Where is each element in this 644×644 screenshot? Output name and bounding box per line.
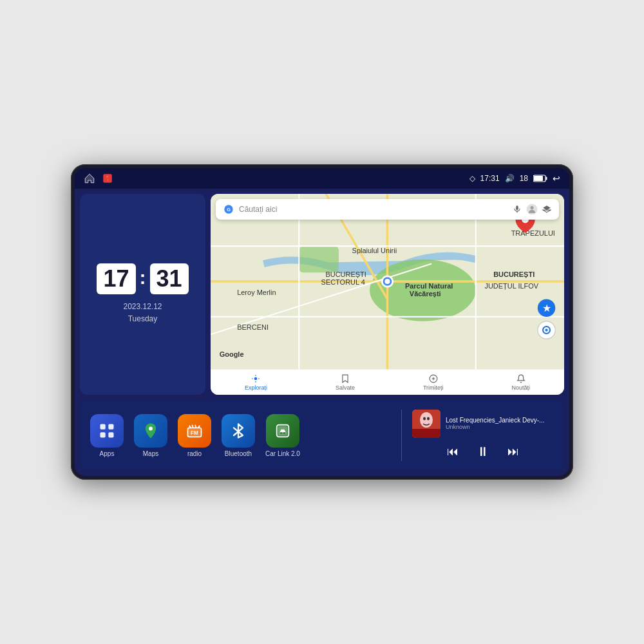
mic-icon[interactable]	[513, 205, 522, 214]
battery-level: 18	[520, 174, 528, 183]
svg-text:TRAPEZULUI: TRAPEZULUI	[511, 229, 555, 237]
clock-colon: :	[140, 267, 146, 289]
svg-text:G: G	[227, 207, 231, 213]
bluetooth-icon	[229, 422, 247, 440]
clock-date: 2023.12.12 Tuesday	[123, 301, 162, 325]
map-nav-news[interactable]: Noutăți	[512, 374, 531, 391]
svg-point-61	[423, 417, 426, 420]
map-search-bar[interactable]: G Căutați aici	[216, 199, 559, 220]
main-content: 17 : 31 2023.12.12 Tuesday	[75, 189, 569, 400]
svg-rect-50	[100, 432, 106, 437]
app-item-apps[interactable]: Apps	[90, 414, 124, 457]
map-background: Parcul Natural Văcărești BUCUREȘTI JUDEȚ…	[211, 194, 564, 369]
svg-text:Văcărești: Văcărești	[410, 290, 441, 298]
clock-hour: 17	[97, 263, 135, 294]
svg-text:SECTORUL 4: SECTORUL 4	[321, 278, 365, 286]
music-info: Lost Frequencies_Janieck Devy-... Unknow…	[412, 410, 554, 438]
svg-text:BERCENI: BERCENI	[237, 323, 269, 331]
svg-point-41	[545, 328, 547, 331]
app-item-maps[interactable]: Maps	[134, 414, 167, 457]
svg-point-62	[427, 417, 430, 420]
app-label-carlink: Car Link 2.0	[265, 450, 300, 457]
music-thumb-art	[412, 410, 440, 438]
right-panel: G Căutați aici	[211, 194, 564, 395]
svg-point-44	[254, 377, 258, 380]
svg-point-36	[384, 279, 390, 284]
svg-rect-49	[108, 424, 113, 429]
profile-icon[interactable]	[526, 203, 538, 216]
next-button[interactable]: ⏭	[505, 442, 522, 461]
status-right: ◇ 17:31 🔊 18 ↩	[469, 173, 560, 184]
svg-rect-7	[516, 205, 518, 210]
svg-text:JUDEȚUL ILFOV: JUDEȚUL ILFOV	[484, 282, 538, 290]
prev-button[interactable]: ⏮	[444, 442, 461, 461]
svg-text:Splaiulul Unirii: Splaiulul Unirii	[352, 247, 397, 254]
map-nav-send[interactable]: Trimiteți	[423, 374, 444, 391]
svg-text:Leroy Merlin: Leroy Merlin	[237, 289, 276, 296]
app-label-maps: Maps	[143, 450, 158, 457]
bottom-section: Apps Maps	[80, 400, 564, 471]
map-nav-explore[interactable]: Explorați	[245, 374, 267, 391]
play-pause-button[interactable]: ⏸	[474, 442, 492, 462]
clock-minute: 31	[150, 263, 189, 294]
svg-rect-58	[283, 432, 285, 433]
music-text-info: Lost Frequencies_Janieck Devy-... Unknow…	[446, 417, 554, 430]
music-controls: ⏮ ⏸ ⏭	[412, 442, 554, 462]
maps-nav-icon[interactable]: 📍	[102, 173, 113, 184]
svg-text:BUCUREȘTI: BUCUREȘTI	[325, 270, 366, 278]
music-player: Lost Frequencies_Janieck Devy-... Unknow…	[412, 410, 554, 462]
svg-point-10	[531, 206, 534, 209]
svg-text:Parcul Natural: Parcul Natural	[405, 282, 453, 290]
back-icon[interactable]: ↩	[553, 173, 560, 184]
apps-icon	[98, 422, 116, 440]
status-left: 📍	[84, 173, 113, 184]
svg-text:★: ★	[542, 302, 551, 314]
volume-icon: 🔊	[505, 174, 515, 183]
clock-widget: 17 : 31 2023.12.12 Tuesday	[80, 194, 205, 395]
radio-icon: FM	[185, 422, 204, 440]
svg-marker-12	[543, 210, 551, 213]
app-item-radio[interactable]: FM radio	[178, 414, 211, 457]
battery-icon	[533, 175, 547, 182]
svg-text:BUCUREȘTI: BUCUREȘTI	[493, 270, 535, 278]
app-label-bluetooth: Bluetooth	[225, 450, 252, 457]
map-search-placeholder[interactable]: Căutați aici	[239, 205, 507, 214]
map-widget[interactable]: G Căutați aici	[211, 194, 564, 395]
app-item-bluetooth[interactable]: Bluetooth	[222, 414, 255, 457]
car-display-device: 📍 ◇ 17:31 🔊 18 ↩	[71, 164, 573, 480]
music-thumbnail	[412, 410, 440, 438]
svg-text:📍: 📍	[104, 175, 111, 182]
svg-rect-15	[299, 246, 339, 272]
screen: 📍 ◇ 17:31 🔊 18 ↩	[75, 168, 569, 476]
map-search-icons	[513, 203, 551, 216]
carlink-icon	[274, 422, 292, 440]
svg-point-52	[149, 426, 153, 430]
app-label-radio: radio	[187, 450, 202, 457]
svg-text:Google: Google	[220, 350, 244, 358]
svg-marker-11	[543, 205, 551, 210]
maps-logo-icon: G	[223, 204, 234, 214]
location-icon: ◇	[469, 174, 475, 183]
app-item-carlink[interactable]: Car Link 2.0	[265, 414, 300, 457]
divider	[401, 410, 402, 461]
svg-rect-48	[100, 424, 106, 429]
map-nav-saved[interactable]: Salvate	[336, 374, 355, 391]
svg-text:FM: FM	[191, 430, 198, 435]
clock-display: 17 : 31	[97, 263, 188, 294]
layers-icon[interactable]	[542, 205, 551, 214]
svg-rect-51	[108, 432, 113, 437]
home-icon[interactable]	[84, 173, 95, 184]
svg-rect-3	[546, 177, 547, 180]
maps-icon	[142, 422, 160, 440]
status-time: 17:31	[480, 174, 500, 183]
app-label-apps: Apps	[100, 450, 115, 457]
svg-rect-63	[412, 429, 440, 438]
svg-rect-57	[280, 432, 281, 433]
status-bar: 📍 ◇ 17:31 🔊 18 ↩	[75, 168, 569, 189]
apps-row: Apps Maps	[90, 414, 391, 457]
music-title: Lost Frequencies_Janieck Devy-...	[446, 417, 554, 424]
map-bottom-nav: Explorați Salvate	[211, 369, 564, 395]
left-panel: 17 : 31 2023.12.12 Tuesday	[80, 194, 205, 395]
svg-rect-4	[534, 176, 543, 181]
music-artist: Unknown	[446, 424, 554, 430]
